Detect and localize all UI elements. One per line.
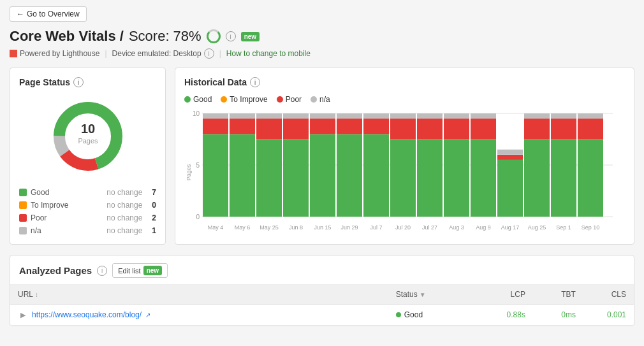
url-sort-icon[interactable]: ↕ (35, 291, 38, 298)
score-info-icon[interactable]: i (226, 31, 236, 41)
page-status-title: Page Status i (19, 77, 156, 87)
legend-color-improve (19, 201, 27, 209)
svg-rect-43 (417, 113, 443, 119)
edit-list-new-badge: new (143, 266, 162, 275)
svg-rect-25 (310, 134, 335, 217)
status-dot-good (396, 312, 401, 317)
svg-rect-67 (578, 113, 603, 119)
svg-rect-37 (390, 140, 416, 217)
historical-data-card: Historical Data i Good To Improve Poor (175, 68, 634, 245)
th-url: URL ↕ (10, 285, 388, 305)
arrow-left-icon: ← (17, 10, 24, 18)
page-status-info-icon[interactable]: i (73, 77, 84, 87)
svg-rect-31 (337, 113, 362, 119)
chart-legend-poor: Poor (277, 95, 302, 104)
svg-rect-15 (230, 113, 255, 119)
legend-color-poor (19, 214, 27, 222)
th-tbt: TBT (533, 285, 583, 305)
svg-rect-38 (390, 119, 416, 139)
chart-legend-na: n/a (311, 95, 330, 104)
svg-text:Sep 1: Sep 1 (556, 224, 571, 231)
svg-rect-19 (256, 113, 282, 119)
table-row: ▶ https://www.seoquake.com/blog/ ↗ Good (10, 305, 634, 326)
svg-rect-55 (497, 150, 523, 155)
table-wrapper: URL ↕ Status ▼ LCP TBT CLS (10, 285, 634, 326)
svg-rect-49 (471, 140, 496, 217)
donut-center-label: Pages (78, 137, 98, 145)
svg-text:Aug 3: Aug 3 (449, 224, 464, 231)
svg-text:Sep 10: Sep 10 (582, 224, 600, 231)
chart-legend-label-good: Good (193, 95, 212, 104)
go-overview-button[interactable]: ← Go to Overview (10, 6, 87, 22)
device-info-icon[interactable]: i (204, 48, 214, 59)
chart-legend-label-poor: Poor (286, 95, 302, 104)
legend-count-improve: 0 (152, 201, 156, 210)
analyzed-info-icon[interactable]: i (97, 266, 107, 276)
how-to-link[interactable]: How to change to mobile (226, 49, 311, 58)
svg-text:Jul 7: Jul 7 (370, 224, 382, 231)
svg-text:Aug 17: Aug 17 (501, 224, 520, 231)
svg-text:May 25: May 25 (260, 224, 279, 231)
chart-dot-improve (221, 96, 227, 103)
svg-text:Jun 15: Jun 15 (314, 224, 331, 231)
lighthouse-badge: Powered by Lighthouse (10, 49, 99, 58)
chart-legend-label-na: n/a (319, 95, 330, 104)
edit-list-button[interactable]: Edit list new (112, 263, 168, 278)
svg-text:Aug 9: Aug 9 (476, 224, 491, 231)
divider: | (105, 49, 106, 58)
legend-label-poor: Poor (31, 213, 103, 222)
page-status-legend: Good no change 7 To Improve no change 0 … (19, 188, 156, 235)
chart-dot-na (311, 96, 317, 103)
legend-count-poor: 2 (152, 213, 156, 222)
chart-dot-poor (277, 96, 283, 103)
legend-count-na: 1 (152, 226, 156, 235)
subtitle-row: Powered by Lighthouse | Device emulated:… (10, 48, 634, 59)
device-info: Device emulated: Desktop i (112, 48, 214, 59)
svg-rect-30 (337, 119, 362, 134)
svg-rect-10 (203, 119, 228, 134)
legend-label-na: n/a (31, 226, 103, 235)
th-url-label: URL (18, 290, 33, 299)
row-expand-button[interactable]: ▶ (18, 311, 28, 319)
svg-rect-27 (310, 113, 335, 119)
legend-label-improve: To Improve (31, 201, 103, 210)
svg-rect-63 (551, 113, 576, 119)
svg-text:Jul 27: Jul 27 (422, 224, 437, 231)
legend-row-good: Good no change 7 (19, 188, 156, 197)
svg-text:May 4: May 4 (208, 224, 224, 231)
historical-title: Historical Data i (184, 77, 625, 87)
legend-change-good: no change (106, 188, 148, 197)
score-circle-icon (207, 29, 221, 43)
svg-rect-45 (444, 140, 469, 217)
svg-text:0: 0 (196, 213, 200, 220)
device-label: Device emulated: Desktop (112, 49, 201, 58)
status-filter-icon[interactable]: ▼ (420, 291, 426, 298)
svg-text:May 6: May 6 (235, 224, 251, 231)
svg-rect-18 (256, 119, 282, 139)
chart-legend-good: Good (184, 95, 212, 104)
svg-rect-46 (444, 119, 469, 139)
svg-text:Jun 29: Jun 29 (340, 224, 358, 231)
svg-rect-59 (524, 113, 550, 119)
svg-rect-33 (363, 134, 389, 217)
historical-info-icon[interactable]: i (250, 77, 260, 87)
status-label: Good (404, 310, 423, 319)
lighthouse-icon (10, 50, 17, 57)
th-status: Status ▼ (388, 285, 483, 305)
row-url-link[interactable]: https://www.seoquake.com/blog/ (32, 310, 142, 319)
svg-rect-61 (551, 140, 576, 217)
svg-rect-58 (524, 119, 550, 139)
svg-rect-29 (337, 134, 362, 217)
legend-label-good: Good (31, 188, 103, 197)
legend-row-na: n/a no change 1 (19, 226, 156, 235)
table-header-row: URL ↕ Status ▼ LCP TBT CLS (10, 285, 634, 305)
new-badge: new (241, 32, 260, 41)
external-link-icon: ↗ (145, 312, 150, 319)
svg-rect-14 (230, 119, 255, 134)
svg-rect-53 (497, 160, 523, 217)
svg-rect-17 (256, 140, 282, 217)
svg-text:Aug 25: Aug 25 (528, 224, 546, 231)
svg-rect-22 (283, 119, 309, 139)
svg-rect-13 (230, 134, 255, 217)
analyzed-table: URL ↕ Status ▼ LCP TBT CLS (10, 285, 634, 326)
